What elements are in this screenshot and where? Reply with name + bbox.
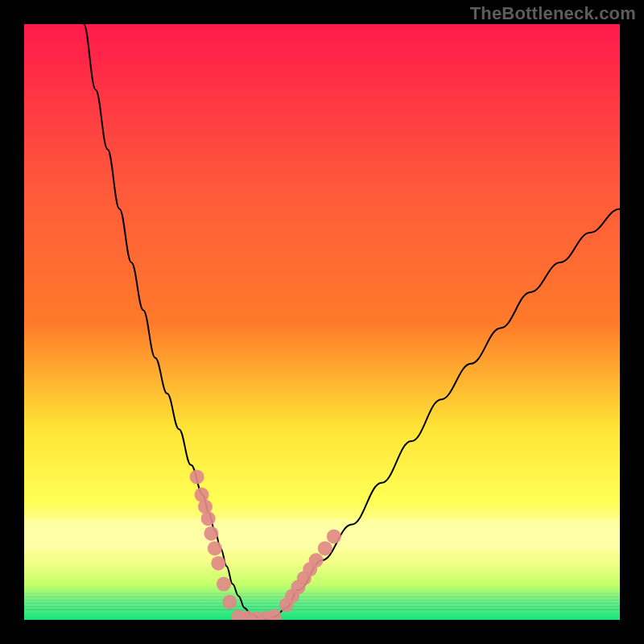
svg-rect-6 (24, 606, 620, 607)
chart-frame: TheBottleneck.com (0, 0, 644, 644)
svg-point-8 (190, 469, 204, 484)
watermark-label: TheBottleneck.com (470, 3, 636, 24)
svg-rect-7 (24, 609, 620, 610)
svg-point-28 (318, 541, 332, 555)
svg-point-14 (211, 556, 225, 571)
chart-svg (24, 24, 620, 620)
svg-rect-2 (24, 593, 620, 594)
svg-point-27 (309, 553, 324, 568)
svg-rect-4 (24, 600, 620, 601)
svg-point-13 (208, 541, 222, 555)
svg-point-29 (327, 529, 341, 543)
plot-area (24, 24, 620, 620)
svg-rect-5 (24, 603, 620, 604)
svg-point-16 (222, 595, 237, 609)
svg-rect-3 (24, 597, 620, 597)
svg-point-15 (217, 577, 231, 592)
svg-point-11 (201, 511, 216, 526)
svg-point-12 (204, 526, 218, 541)
